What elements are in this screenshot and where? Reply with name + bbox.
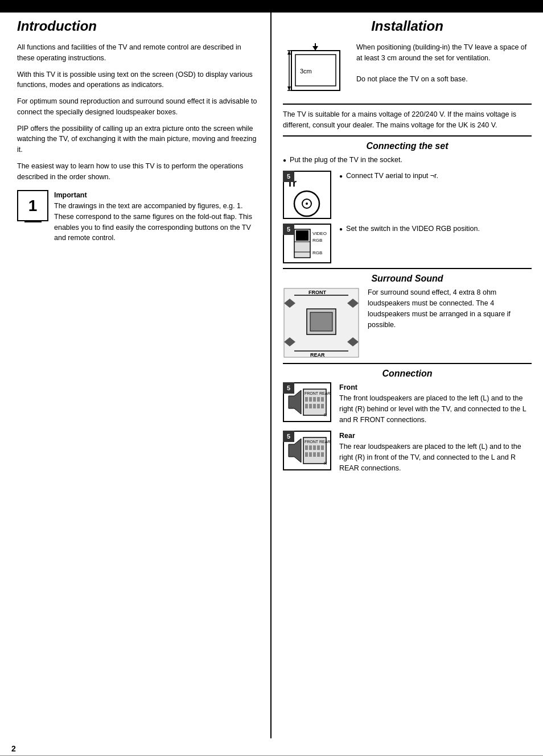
page-number: 2 bbox=[0, 738, 543, 755]
svg-rect-49 bbox=[305, 445, 308, 450]
divider-4 bbox=[283, 363, 532, 364]
rear-speaker-row: 5 FRONT REAR bbox=[283, 431, 532, 473]
svg-marker-46 bbox=[289, 439, 301, 462]
intro-text-block: All functions and facilities of the TV a… bbox=[17, 42, 259, 182]
svg-rect-54 bbox=[305, 452, 308, 457]
figure-number-box: 1 bbox=[17, 190, 48, 221]
ventilation-section: 3cm When positioning (building-in) the T… bbox=[283, 42, 532, 99]
aerial-row: 5 Tr Connect TV aerial to input ¬r. bbox=[283, 171, 532, 219]
svg-text:REAR: REAR bbox=[310, 352, 325, 358]
surround-diagram: FRONT REAR bbox=[283, 287, 360, 358]
voltage-section: The TV is suitable for a mains voltage o… bbox=[283, 109, 532, 131]
intro-para-2: With this TV it is possible using text o… bbox=[17, 69, 259, 91]
connection-section: Connection 5 FRONT REAR bbox=[283, 369, 532, 473]
connecting-bullet: Put the plug of the TV in the socket. bbox=[283, 155, 532, 166]
svg-marker-9 bbox=[287, 86, 291, 90]
tv-ventilation-svg: 3cm bbox=[283, 42, 348, 99]
svg-marker-32 bbox=[289, 390, 301, 414]
connecting-section: Connecting the set Put the plug of the T… bbox=[283, 141, 532, 166]
svg-marker-8 bbox=[287, 51, 291, 55]
video-rgb-step-badge: 5 bbox=[283, 224, 294, 235]
svg-rect-50 bbox=[309, 445, 312, 450]
main-content: Introduction All functions and facilitie… bbox=[0, 13, 543, 738]
svg-rect-35 bbox=[305, 397, 308, 402]
ventilation-text-2: Do not place the TV on a soft base. bbox=[356, 74, 532, 85]
svg-text:3cm: 3cm bbox=[300, 68, 312, 75]
svg-text:RGB: RGB bbox=[312, 250, 322, 255]
video-rgb-diagram: 5 VIDEO RGB RGB bbox=[283, 224, 331, 263]
svg-rect-58 bbox=[321, 452, 324, 457]
svg-rect-42 bbox=[313, 404, 316, 408]
surround-section: Surround Sound FRONT REAR bbox=[283, 274, 532, 358]
top-bar bbox=[0, 0, 543, 13]
svg-rect-51 bbox=[313, 445, 316, 450]
svg-rect-52 bbox=[317, 445, 320, 450]
svg-marker-3 bbox=[312, 46, 318, 51]
page: Introduction All functions and facilitie… bbox=[0, 0, 543, 756]
svg-rect-57 bbox=[317, 452, 320, 457]
aerial-step-badge: 5 bbox=[283, 171, 294, 182]
svg-rect-37 bbox=[313, 397, 316, 402]
divider-3 bbox=[283, 268, 532, 269]
svg-rect-41 bbox=[309, 404, 312, 408]
important-body: The drawings in the text are accompanied… bbox=[54, 202, 252, 242]
ventilation-diagram: 3cm bbox=[283, 42, 348, 99]
svg-rect-36 bbox=[309, 397, 312, 402]
page-num-value: 2 bbox=[11, 744, 16, 753]
svg-text:R: R bbox=[324, 461, 327, 465]
svg-text:FRONT REAR: FRONT REAR bbox=[305, 391, 330, 395]
voltage-text: The TV is suitable for a mains voltage o… bbox=[283, 109, 532, 131]
svg-rect-31 bbox=[310, 312, 332, 331]
svg-rect-55 bbox=[309, 452, 312, 457]
intro-para-1: All functions and facilities of the TV a… bbox=[17, 42, 259, 64]
intro-title: Introduction bbox=[17, 18, 259, 34]
surround-title: Surround Sound bbox=[283, 274, 532, 284]
surround-text: For surround sound effect, 4 extra 8 ohm… bbox=[368, 287, 532, 330]
svg-rect-39 bbox=[321, 397, 324, 402]
intro-para-3: For optimum sound reproduction and surro… bbox=[17, 96, 259, 118]
important-box: 1 Important The drawings in the text are… bbox=[17, 190, 259, 243]
rear-connection-diagram: 5 FRONT REAR bbox=[283, 431, 331, 470]
svg-rect-53 bbox=[321, 445, 324, 450]
figure-number: 1 bbox=[28, 197, 38, 215]
important-label: Important bbox=[54, 191, 87, 199]
divider-1 bbox=[283, 104, 532, 105]
svg-text:VIDEO: VIDEO bbox=[312, 231, 327, 236]
svg-rect-56 bbox=[313, 452, 316, 457]
surround-row: FRONT REAR bbox=[283, 287, 532, 358]
rear-step-badge: 5 bbox=[283, 431, 294, 442]
svg-point-13 bbox=[306, 203, 308, 205]
svg-text:RGB: RGB bbox=[312, 238, 322, 243]
svg-rect-38 bbox=[317, 397, 320, 402]
svg-rect-44 bbox=[321, 404, 324, 408]
svg-text:FRONT REAR: FRONT REAR bbox=[305, 440, 330, 444]
right-column: Installation 3cm bbox=[272, 13, 543, 738]
top-bar-right bbox=[272, 0, 543, 13]
rear-label: Rear bbox=[339, 432, 355, 440]
connection-title: Connection bbox=[283, 369, 532, 379]
intro-para-5: The easiest way to learn how to use this… bbox=[17, 161, 259, 183]
front-step-badge: 5 bbox=[283, 382, 294, 394]
front-speaker-row: 5 FRONT REAR bbox=[283, 382, 532, 425]
ventilation-text-1: When positioning (building-in) the TV le… bbox=[356, 42, 532, 64]
svg-text:R: R bbox=[324, 413, 327, 417]
top-bar-left bbox=[0, 0, 272, 13]
front-label: Front bbox=[339, 383, 357, 391]
important-text: Important The drawings in the text are a… bbox=[54, 190, 259, 243]
rear-text: The rear loudspeakers are placed to the … bbox=[339, 443, 521, 472]
svg-rect-15 bbox=[296, 230, 308, 241]
surround-svg: FRONT REAR bbox=[283, 287, 360, 358]
svg-text:FRONT: FRONT bbox=[308, 290, 326, 295]
svg-rect-0 bbox=[291, 51, 340, 90]
connecting-title: Connecting the set bbox=[283, 141, 532, 151]
svg-rect-43 bbox=[317, 404, 320, 408]
front-speaker-text: Front The front loudspeakers are placed … bbox=[339, 382, 532, 425]
ventilation-row: 3cm When positioning (building-in) the T… bbox=[283, 42, 532, 99]
intro-para-4: PIP offers the possibility of calling up… bbox=[17, 123, 259, 155]
svg-rect-40 bbox=[305, 404, 308, 408]
front-connection-diagram: 5 FRONT REAR bbox=[283, 382, 331, 422]
front-text: The front loudspeakers are placed to the… bbox=[339, 394, 526, 424]
ventilation-text: When positioning (building-in) the TV le… bbox=[356, 42, 532, 85]
left-column: Introduction All functions and facilitie… bbox=[0, 13, 272, 738]
video-rgb-row: 5 VIDEO RGB RGB Set t bbox=[283, 224, 532, 263]
